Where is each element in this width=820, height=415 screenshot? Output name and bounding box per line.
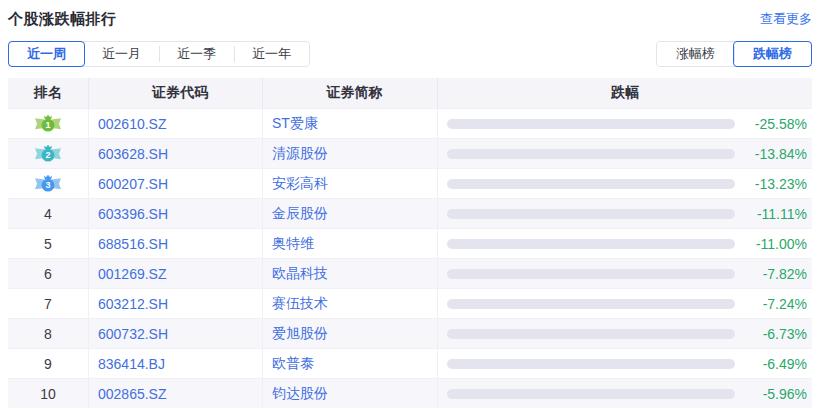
decline-percent: -7.82% — [745, 266, 807, 282]
rank-cell: 4 — [8, 199, 88, 228]
rank-medal-icon: 3 — [32, 174, 64, 194]
rank-cell: 7 — [8, 289, 88, 318]
tab-period-month[interactable]: 近一月 — [84, 42, 159, 66]
name-cell: 爱旭股份 — [262, 319, 437, 348]
stock-code-link[interactable]: 603628.SH — [98, 146, 168, 162]
name-cell: 欧晶科技 — [262, 259, 437, 288]
tab-losers-board[interactable]: 跌幅榜 — [734, 42, 811, 66]
rank-cell: 3 — [8, 169, 88, 198]
tab-period-quarter[interactable]: 近一季 — [159, 42, 234, 66]
decline-percent: -13.23% — [745, 176, 807, 192]
rank-cell: 5 — [8, 229, 88, 258]
rank-table: 排名 证券代码 证券简称 跌幅 1 002610.SZ ST爱康 -25.58%… — [8, 78, 812, 408]
rank-cell: 8 — [8, 319, 88, 348]
tab-period-week[interactable]: 近一周 — [9, 42, 84, 66]
col-header-change: 跌幅 — [437, 78, 812, 108]
table-row[interactable]: 6 001269.SZ 欧晶科技 -7.82% — [8, 258, 812, 288]
decline-bar-track — [447, 209, 735, 219]
period-tab-group: 近一周 近一月 近一季 近一年 — [8, 41, 310, 67]
name-cell: 金辰股份 — [262, 199, 437, 228]
change-cell: -6.49% — [437, 349, 812, 378]
stock-code-link[interactable]: 836414.BJ — [98, 356, 165, 372]
tab-gainers-board[interactable]: 涨幅榜 — [657, 42, 734, 66]
decline-bar-track — [447, 119, 735, 129]
code-cell: 603212.SH — [88, 289, 262, 318]
change-cell: -6.73% — [437, 319, 812, 348]
decline-percent: -7.24% — [745, 296, 807, 312]
decline-bar-track — [447, 239, 735, 249]
stock-name-link[interactable]: 欧普泰 — [272, 355, 314, 373]
rank-medal-icon: 2 — [32, 144, 64, 164]
table-row[interactable]: 9 836414.BJ 欧普泰 -6.49% — [8, 348, 812, 378]
table-row[interactable]: 8 600732.SH 爱旭股份 -6.73% — [8, 318, 812, 348]
stock-code-link[interactable]: 600732.SH — [98, 326, 168, 342]
decline-bar-track — [447, 149, 735, 159]
stock-code-link[interactable]: 002610.SZ — [98, 116, 167, 132]
code-cell: 688516.SH — [88, 229, 262, 258]
rank-cell: 2 — [8, 139, 88, 168]
stock-name-link[interactable]: 欧晶科技 — [272, 265, 328, 283]
stock-name-link[interactable]: 赛伍技术 — [272, 295, 328, 313]
decline-percent: -6.73% — [745, 326, 807, 342]
name-cell: 欧普泰 — [262, 349, 437, 378]
svg-text:3: 3 — [45, 180, 50, 190]
stock-code-link[interactable]: 001269.SZ — [98, 266, 167, 282]
code-cell: 836414.BJ — [88, 349, 262, 378]
decline-bar-track — [447, 269, 735, 279]
change-cell: -7.24% — [437, 289, 812, 318]
svg-text:1: 1 — [45, 120, 50, 130]
name-cell: 钧达股份 — [262, 379, 437, 408]
decline-bar-track — [447, 299, 735, 309]
table-row[interactable]: 2 603628.SH 清源股份 -13.84% — [8, 138, 812, 168]
stock-name-link[interactable]: 清源股份 — [272, 145, 328, 163]
code-cell: 001269.SZ — [88, 259, 262, 288]
stock-code-link[interactable]: 603396.SH — [98, 206, 168, 222]
decline-bar-track — [447, 329, 735, 339]
panel-header: 个股涨跌幅排行 查看更多 — [8, 0, 812, 28]
change-cell: -11.11% — [437, 199, 812, 228]
view-more-link[interactable]: 查看更多 — [760, 10, 812, 28]
decline-percent: -11.11% — [745, 206, 807, 222]
stock-name-link[interactable]: ST爱康 — [272, 115, 318, 133]
table-row[interactable]: 7 603212.SH 赛伍技术 -7.24% — [8, 288, 812, 318]
code-cell: 603628.SH — [88, 139, 262, 168]
decline-percent: -13.84% — [745, 146, 807, 162]
table-row[interactable]: 1 002610.SZ ST爱康 -25.58% — [8, 108, 812, 138]
table-row[interactable]: 4 603396.SH 金辰股份 -11.11% — [8, 198, 812, 228]
name-cell: 清源股份 — [262, 139, 437, 168]
rank-medal-icon: 1 — [32, 114, 64, 134]
change-cell: -5.96% — [437, 379, 812, 408]
stock-name-link[interactable]: 奥特维 — [272, 235, 314, 253]
table-row[interactable]: 5 688516.SH 奥特维 -11.00% — [8, 228, 812, 258]
stock-name-link[interactable]: 金辰股份 — [272, 205, 328, 223]
code-cell: 002865.SZ — [88, 379, 262, 408]
decline-bar-track — [447, 359, 735, 369]
stock-name-link[interactable]: 爱旭股份 — [272, 325, 328, 343]
table-header-row: 排名 证券代码 证券简称 跌幅 — [8, 78, 812, 108]
stock-rank-panel: 个股涨跌幅排行 查看更多 近一周 近一月 近一季 近一年 涨幅榜 跌幅榜 排名 … — [0, 0, 820, 415]
change-cell: -11.00% — [437, 229, 812, 258]
rank-cell: 10 — [8, 379, 88, 408]
svg-text:2: 2 — [45, 150, 50, 160]
rank-cell: 1 — [8, 109, 88, 138]
table-row[interactable]: 10 002865.SZ 钧达股份 -5.96% — [8, 378, 812, 408]
decline-percent: -5.96% — [745, 386, 807, 402]
stock-name-link[interactable]: 钧达股份 — [272, 385, 328, 403]
name-cell: 奥特维 — [262, 229, 437, 258]
filter-bar: 近一周 近一月 近一季 近一年 涨幅榜 跌幅榜 — [8, 41, 812, 67]
rank-cell: 6 — [8, 259, 88, 288]
name-cell: 赛伍技术 — [262, 289, 437, 318]
page-title: 个股涨跌幅排行 — [8, 10, 117, 29]
stock-name-link[interactable]: 安彩高科 — [272, 175, 328, 193]
stock-code-link[interactable]: 603212.SH — [98, 296, 168, 312]
code-cell: 600207.SH — [88, 169, 262, 198]
stock-code-link[interactable]: 002865.SZ — [98, 386, 167, 402]
stock-code-link[interactable]: 600207.SH — [98, 176, 168, 192]
code-cell: 603396.SH — [88, 199, 262, 228]
stock-code-link[interactable]: 688516.SH — [98, 236, 168, 252]
table-row[interactable]: 3 600207.SH 安彩高科 -13.23% — [8, 168, 812, 198]
decline-bar-track — [447, 389, 735, 399]
col-header-rank: 排名 — [8, 78, 88, 108]
col-header-code: 证券代码 — [88, 78, 262, 108]
tab-period-year[interactable]: 近一年 — [234, 42, 309, 66]
